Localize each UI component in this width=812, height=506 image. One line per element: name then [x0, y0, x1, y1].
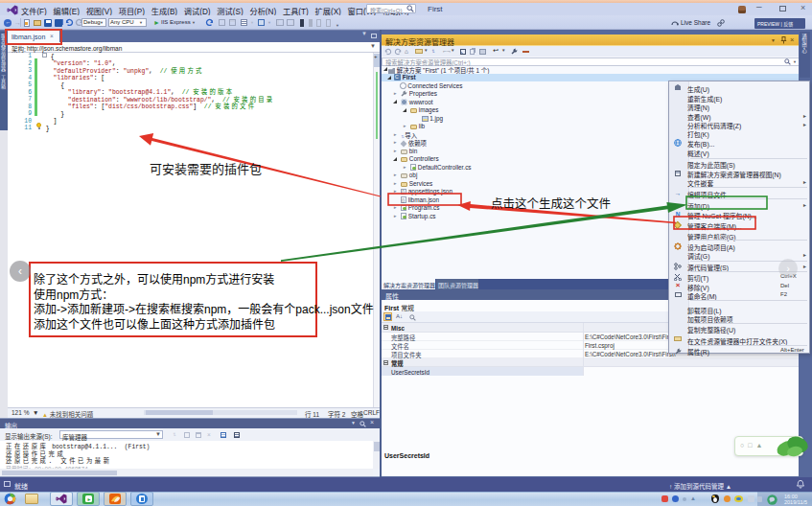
- svg-text:›: ›: [786, 263, 790, 274]
- svg-text:‹: ‹: [18, 264, 22, 278]
